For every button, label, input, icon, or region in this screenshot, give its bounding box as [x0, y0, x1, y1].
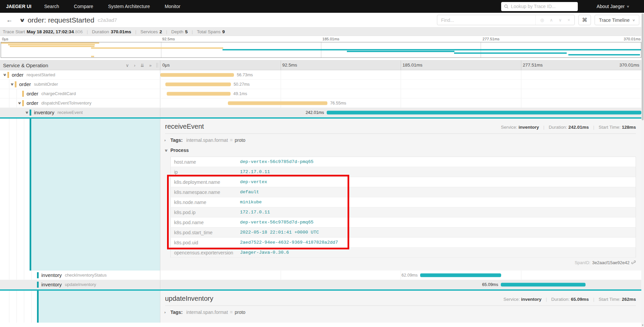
tick-label: 370.01ms: [619, 63, 639, 68]
minimap-axis: 0μs 92.5ms 185.01ms 277.51ms 370.01ms: [1, 37, 641, 42]
find-input[interactable]: [437, 17, 535, 23]
span-id-row: SpanID: 3e2aacf15ae92e42: [165, 260, 636, 265]
chevron-down-icon[interactable]: ∨: [9, 82, 16, 86]
kv-row[interactable]: k8s.pod.namedep-vertex-56c9785d7d-pmq65: [171, 217, 636, 228]
nav-item-compare[interactable]: Compare: [74, 4, 93, 9]
kv-row[interactable]: k8s.namespace.namedefault: [171, 187, 636, 197]
kv-row[interactable]: k8s.deployment.namedep-vertex: [171, 177, 636, 187]
kv-row[interactable]: ip172.17.0.11: [171, 167, 636, 177]
service-name: order: [27, 100, 38, 106]
minimap-canvas[interactable]: [1, 42, 641, 58]
expand-all-icon[interactable]: »: [149, 63, 152, 68]
link-icon[interactable]: [631, 260, 636, 265]
tags-toggle[interactable]: › Tags: internal.span.format = proto: [165, 307, 636, 317]
span-row-requestStarted[interactable]: ∨ order requestStarted 56.73ms: [0, 70, 641, 80]
trace-view-selector[interactable]: Trace Timeline ∨: [595, 15, 639, 25]
search-icon: [504, 4, 509, 9]
trace-minimap: 0μs 92.5ms 185.01ms 277.51ms 370.01ms: [0, 36, 644, 60]
span-bar[interactable]: [420, 273, 501, 277]
span-row-dispatchEventToInventory[interactable]: ∨ order dispatchEventToInventory 76.55ms: [0, 98, 641, 108]
detail-indent-fill: [39, 291, 160, 323]
app-brand[interactable]: JAEGER UI: [6, 4, 31, 9]
kv-row[interactable]: k8s.pod.uid2aed7522-94ee-4632-9369-41878…: [171, 238, 636, 248]
expand-one-icon[interactable]: ›: [134, 63, 135, 68]
top-nav-bar: JAEGER UI Search Compare System Architec…: [0, 0, 644, 13]
service-name: inventory: [34, 110, 54, 115]
minimap-span-bar: [91, 47, 224, 49]
keyboard-shortcuts-button[interactable]: ⌘: [578, 15, 591, 25]
chevron-down-icon[interactable]: ∨: [1, 73, 8, 77]
trace-start-ms: .806: [74, 29, 83, 34]
service-color-bar: [22, 91, 24, 97]
vertical-scrollbar[interactable]: ▾: [641, 13, 644, 327]
clear-search-icon[interactable]: ×: [568, 17, 570, 23]
minimap-span-bar: [1, 42, 99, 44]
span-row-chargeCreditCard[interactable]: order chargeCreditCard 49.1ms: [0, 89, 641, 98]
operation-name: submitOrder: [34, 82, 58, 87]
span-row-receiveEvent[interactable]: ∨ inventory receiveEvent 242.01ms: [0, 108, 641, 117]
span-bar[interactable]: [165, 82, 231, 86]
span-bar[interactable]: [501, 283, 586, 286]
operation-name: checkInventoryStatus: [65, 273, 107, 278]
detail-meta: Service: inventory | Duration: 65.09ms |…: [504, 297, 636, 302]
span-bar[interactable]: [167, 92, 231, 95]
nav-item-system-architecture[interactable]: System Architecture: [108, 4, 150, 9]
span-bar[interactable]: [160, 73, 234, 77]
timeline-grid: Service & Operation ∨ › ⇊ » 0μs 92.5ms 1…: [0, 60, 641, 323]
about-jaeger-menu[interactable]: About Jaeger ∨: [597, 4, 629, 9]
chevron-down-icon: ∨: [632, 18, 635, 22]
nav-item-search[interactable]: Search: [44, 4, 59, 9]
span-row-checkInventoryStatus[interactable]: inventory checkInventoryStatus 62.09ms: [0, 271, 641, 280]
process-key-value-table: host.namedep-vertex-56c9785d7d-pmq65 ip1…: [170, 157, 636, 258]
kv-row[interactable]: k8s.node.nameminikube: [171, 197, 636, 207]
prev-result-icon[interactable]: ∧: [550, 17, 553, 23]
span-row-submitOrder[interactable]: ∨ order submitOrder 50.27ms: [0, 80, 641, 89]
process-toggle[interactable]: ∨ Process: [165, 145, 636, 155]
tick-label: 0μs: [162, 63, 170, 68]
scroll-down-icon[interactable]: ▾: [641, 324, 644, 327]
tags-toggle[interactable]: › Tags: internal.span.format = proto: [165, 135, 636, 145]
column-resizer[interactable]: [156, 63, 158, 68]
trace-lookup-box: [501, 2, 578, 11]
span-duration-label: 242.01ms: [306, 110, 324, 115]
trace-lookup-input[interactable]: [511, 4, 575, 9]
service-name: order: [19, 81, 31, 87]
total-spans-label: Total Spans: [197, 29, 221, 34]
tag-value: proto: [235, 137, 245, 143]
collapse-one-icon[interactable]: ∨: [126, 63, 129, 68]
minimap-span-bar: [347, 51, 454, 52]
back-button[interactable]: ←: [3, 16, 15, 24]
minimap-span-bar: [8, 44, 95, 45]
find-controls: ◎ ∧ ∨ ×: [535, 15, 574, 25]
minimap-span-bar: [10, 46, 95, 47]
chevron-down-icon[interactable]: ∨: [24, 110, 31, 115]
nav-item-monitor[interactable]: Monitor: [165, 4, 180, 9]
span-row-updateInventory[interactable]: inventory updateInventory 65.09ms: [0, 280, 641, 289]
duration-value: 370.01ms: [111, 29, 131, 34]
depth-value: 5: [185, 29, 188, 34]
minimap-span-bar: [223, 49, 641, 50]
kv-row[interactable]: k8s.pod.start_time2022-05-18 22:01:41 +0…: [171, 228, 636, 238]
kv-row[interactable]: opencensus.exporterversionJaeger-Java-0.…: [171, 248, 636, 258]
chevron-down-icon[interactable]: ∨: [16, 101, 23, 105]
kv-row[interactable]: host.namedep-vertex-56c9785d7d-pmq65: [171, 157, 636, 167]
tick-label: 277.51ms: [483, 37, 500, 41]
span-duration-label: 49.1ms: [233, 91, 247, 96]
next-result-icon[interactable]: ∨: [559, 17, 562, 23]
trace-summary-bar: Trace Start May 18 2022, 17:02:34 .806 |…: [0, 28, 644, 36]
tag-value: proto: [235, 310, 245, 315]
process-table-wrap: host.namedep-vertex-56c9785d7d-pmq65 ip1…: [170, 157, 636, 258]
scrollbar-thumb[interactable]: [642, 13, 644, 120]
match-highlight-icon[interactable]: ◎: [540, 17, 544, 23]
tick-label: 92.5ms: [282, 63, 297, 68]
span-bar[interactable]: [327, 111, 641, 114]
span-bar[interactable]: [228, 101, 327, 105]
operation-name: chargeCreditCard: [41, 91, 76, 96]
collapse-trace-icon[interactable]: ∨: [19, 17, 25, 23]
find-group: ◎ ∧ ∨ ×: [437, 15, 575, 25]
collapse-all-icon[interactable]: ⇊: [140, 63, 144, 68]
operation-name: requestStarted: [27, 72, 55, 77]
kv-row[interactable]: k8s.pod.ip172.17.0.11: [171, 207, 636, 217]
tick-label: 185.01ms: [322, 37, 339, 41]
span-id-label: SpanID:: [575, 260, 591, 265]
